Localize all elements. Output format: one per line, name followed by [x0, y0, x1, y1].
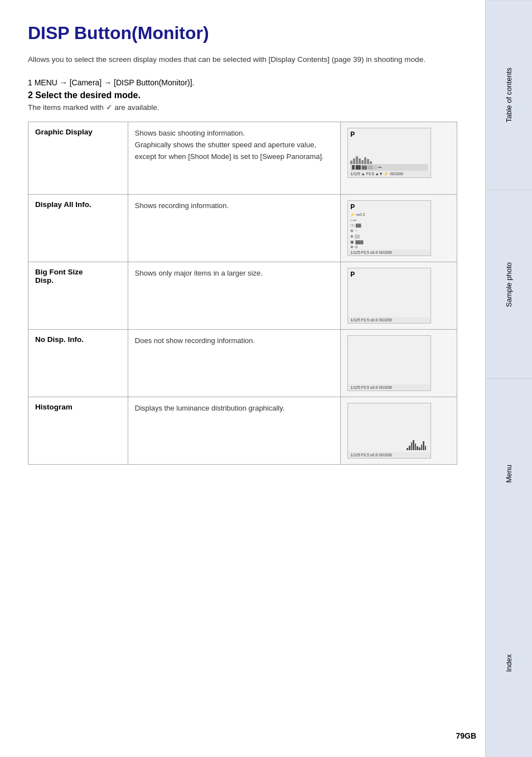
label-text: Display All Info.: [35, 200, 91, 209]
bar: [367, 159, 369, 164]
page-title: DISP Button(Monitor): [28, 22, 457, 44]
desc-text: Does not show recording information.: [135, 336, 255, 345]
p-label: P: [350, 271, 355, 278]
tab-label: Index: [505, 654, 513, 672]
page-wrapper: DISP Button(Monitor) Allows you to selec…: [0, 0, 532, 757]
step-2-sub-text: The items marked with ✓ are available.: [28, 103, 159, 112]
desc-text: Shows recording information.: [135, 201, 229, 210]
label-text: Histogram: [35, 403, 72, 411]
bar: [353, 158, 355, 164]
step-2-sub: The items marked with ✓ are available.: [28, 103, 457, 112]
desc-graphic-display: Shows basic shooting information.Graphic…: [128, 122, 341, 194]
preview-histogram: 1/125 F3.5 ±0.0 ISO200: [341, 397, 457, 464]
hist-bar: [415, 443, 417, 450]
desc-big-font: Shows only major items in a larger size.: [128, 262, 341, 329]
preview-graphic-display: P 1: [341, 122, 457, 194]
shutter-info: 1/125 F3.5 ±0.0 ISO200: [350, 453, 392, 457]
preview-big-font: P 1/125 F3.5 ±0.0 ISO200: [341, 262, 457, 329]
desc-no-disp: Does not show recording information.: [128, 329, 341, 397]
p-label: P: [350, 203, 355, 211]
sidebar-tab-sample-photo[interactable]: Sample photo: [486, 190, 532, 379]
hist-bar: [421, 445, 423, 450]
label-graphic-display: Graphic Display: [28, 122, 128, 194]
bottom-bar: 1/125 F3.5 ±0.0 ISO200: [348, 452, 431, 458]
histogram-bars: [407, 439, 426, 450]
page-number: 79GB: [456, 731, 476, 740]
preview-display-all-info: P ⚡ ±±0.3 □ ▪▪ □□ ▓▓ ⊕ ··· ⊕ ▒▒ ▣ ▓▓▓ ⊗ …: [341, 194, 457, 262]
right-sidebar: Table of contents Sample photo Menu Inde…: [485, 0, 532, 757]
bar: [361, 160, 364, 164]
cam-preview-no-disp: 1/125 F3.5 ±0.0 ISO200: [347, 335, 431, 391]
step-2: 2 Select the desired mode.: [28, 90, 457, 100]
bottom-bar: 1/125 F3.5 ±0.0 ISO200: [348, 317, 431, 323]
desc-text: Shows only major items in a larger size.: [135, 269, 263, 277]
shutter-info: 1/125 F3.5 ±0.0 ISO200: [350, 385, 392, 389]
table-row: Graphic Display Shows basic shooting inf…: [28, 122, 457, 194]
tab-label: Sample photo: [505, 262, 513, 307]
label-big-font: Big Font SizeDisp.: [28, 262, 128, 329]
hist-bar: [425, 446, 427, 450]
table-row: Big Font SizeDisp. Shows only major item…: [28, 262, 457, 329]
table-row: Display All Info. Shows recording inform…: [28, 194, 457, 262]
intro-text: Allows you to select the screen display …: [28, 54, 457, 66]
hist-bar: [413, 440, 414, 450]
desc-histogram: Displays the luminance distribution grap…: [128, 397, 341, 464]
info-lines: ⚡ ±±0.3 □ ▪▪ □□ ▓▓ ⊕ ··· ⊕ ▒▒ ▣ ▓▓▓ ⊗ ⊙: [350, 212, 365, 250]
desc-text: Shows basic shooting information.Graphic…: [135, 129, 324, 161]
p-label: P: [350, 131, 355, 138]
table-row: Histogram Displays the luminance distrib…: [28, 397, 457, 464]
bottom-bar: 1/125 F3.5 ±0.0 ISO200: [348, 249, 431, 255]
cam-preview-graphic: P 1: [347, 128, 431, 178]
hist-bar: [417, 446, 418, 450]
cam-preview-big-font: P 1/125 F3.5 ±0.0 ISO200: [347, 268, 431, 324]
cam-preview-all-info: P ⚡ ±±0.3 □ ▪▪ □□ ▓▓ ⊕ ··· ⊕ ▒▒ ▣ ▓▓▓ ⊗ …: [347, 200, 431, 256]
main-content: DISP Button(Monitor) Allows you to selec…: [0, 0, 485, 757]
shutter-info: 1/125 F3.5 ±0.0 ISO200: [350, 318, 392, 322]
sidebar-tab-menu[interactable]: Menu: [486, 379, 532, 568]
info-table: Graphic Display Shows basic shooting inf…: [28, 122, 457, 465]
table-row: No Disp. Info. Does not show recording i…: [28, 329, 457, 397]
bottom-bar: 1/125 ▲ F3.5 ▲▼ ⚡ ISO200: [348, 171, 431, 177]
hist-bar: [407, 448, 408, 450]
hist-bar: [411, 442, 413, 450]
cam-preview-histogram: 1/125 F3.5 ±0.0 ISO200: [347, 403, 431, 459]
label-no-disp: No Disp. Info.: [28, 329, 128, 397]
bar: [359, 158, 361, 164]
hist-bar: [423, 441, 424, 450]
step-2-text: 2 Select the desired mode.: [28, 90, 141, 100]
bottom-bar: 1/125 F3.5 ±0.0 ISO200: [348, 384, 431, 390]
step-1: 1 MENU → [Camera] → [DISP Button(Monitor…: [28, 78, 457, 87]
shutter-info: 1/125 ▲ F3.5 ▲▼ ⚡ ISO200: [350, 172, 403, 176]
preview-no-disp: 1/125 F3.5 ±0.0 ISO200: [341, 329, 457, 397]
tab-label: Table of contents: [505, 67, 513, 122]
hist-bar: [409, 446, 410, 450]
sidebar-tab-table-of-contents[interactable]: Table of contents: [486, 0, 532, 190]
label-histogram: Histogram: [28, 397, 128, 464]
label-display-all-info: Display All Info.: [28, 194, 128, 262]
graphic-bars: [350, 154, 428, 164]
desc-text: Displays the luminance distribution grap…: [135, 404, 285, 412]
step-1-text: 1 MENU → [Camera] → [DISP Button(Monitor…: [28, 78, 195, 87]
tab-label: Menu: [505, 465, 513, 483]
bar: [364, 157, 366, 164]
label-text: Big Font SizeDisp.: [35, 268, 83, 285]
bar: [356, 156, 358, 164]
shutter-info: 1/125 F3.5 ±0.0 ISO200: [350, 250, 392, 254]
info-strip: █ ██ ▓▓ ▒▒ ░ ▪▪▪: [350, 164, 428, 171]
label-text: Graphic Display: [35, 128, 93, 136]
label-text: No Disp. Info.: [35, 335, 84, 344]
hist-bar: [419, 447, 420, 450]
desc-display-all-info: Shows recording information.: [128, 194, 341, 262]
sidebar-tab-index[interactable]: Index: [486, 568, 532, 758]
